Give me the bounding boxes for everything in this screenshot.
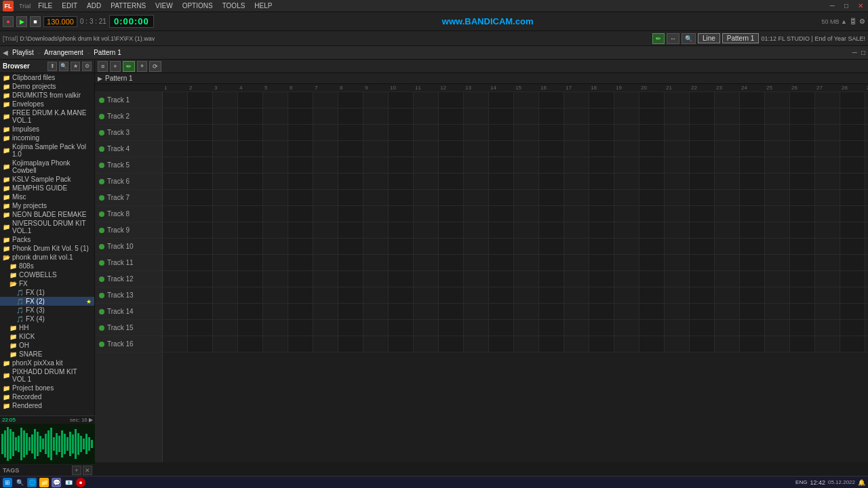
grid-cell-5-12[interactable]	[464, 174, 489, 189]
grid-cell-15-13[interactable]	[489, 336, 514, 352]
grid-cell-7-16[interactable]	[564, 206, 589, 222]
grid-cell-8-20[interactable]	[665, 222, 690, 238]
grid-cell-11-19[interactable]	[639, 271, 665, 287]
grid-cell-9-19[interactable]	[639, 239, 665, 254]
grid-row-13[interactable]	[163, 304, 868, 320]
grid-cell-11-6[interactable]	[313, 271, 338, 287]
grid-cell-2-21[interactable]	[690, 125, 715, 140]
grid-cell-8-13[interactable]	[489, 222, 514, 238]
grid-cell-2-14[interactable]	[514, 125, 539, 140]
grid-cell-8-28[interactable]	[865, 222, 868, 238]
grid-cell-12-15[interactable]	[539, 287, 564, 303]
grid-cell-1-14[interactable]	[514, 108, 539, 124]
grid-cell-8-15[interactable]	[539, 222, 564, 238]
taskbar-icon-explorer[interactable]: 📁	[39, 478, 49, 487]
grid-cell-15-7[interactable]	[338, 336, 363, 352]
grid-cell-12-22[interactable]	[715, 287, 740, 303]
grid-cell-8-14[interactable]	[514, 222, 539, 238]
grid-area[interactable]	[163, 92, 868, 462]
grid-cell-10-17[interactable]	[589, 255, 614, 270]
draw-mode-btn[interactable]: ✏	[652, 33, 665, 44]
grid-cell-14-13[interactable]	[489, 320, 514, 336]
grid-cell-4-6[interactable]	[313, 157, 338, 173]
grid-cell-13-1[interactable]	[188, 304, 213, 319]
track-label-13[interactable]: Track 14	[95, 304, 162, 320]
grid-cell-15-4[interactable]	[263, 336, 288, 352]
grid-cell-5-16[interactable]	[564, 174, 589, 189]
grid-cell-5-18[interactable]	[614, 174, 639, 189]
grid-cell-13-17[interactable]	[589, 304, 614, 319]
grid-cell-5-1[interactable]	[188, 174, 213, 189]
grid-cell-7-11[interactable]	[439, 206, 464, 222]
sidebar-item-5[interactable]: 📁Impulses	[0, 125, 94, 134]
grid-cell-6-3[interactable]	[238, 190, 263, 205]
grid-cell-2-5[interactable]	[288, 125, 313, 140]
grid-cell-1-22[interactable]	[715, 108, 740, 124]
sidebar-item-3[interactable]: 📁Envelopes	[0, 100, 94, 108]
grid-cell-4-20[interactable]	[665, 157, 690, 173]
grid-cell-7-23[interactable]	[740, 206, 765, 222]
grid-cell-14-7[interactable]	[338, 320, 363, 336]
grid-cell-6-16[interactable]	[564, 190, 589, 205]
grid-cell-1-12[interactable]	[464, 108, 489, 124]
grid-cell-2-15[interactable]	[539, 125, 564, 140]
grid-cell-2-19[interactable]	[639, 125, 665, 140]
sidebar-item-7[interactable]: 📁Kojima Sample Pack Vol 1.0	[0, 142, 94, 159]
menu-tools[interactable]: TOOLS	[220, 2, 248, 9]
grid-cell-5-11[interactable]	[439, 174, 464, 189]
grid-cell-4-19[interactable]	[639, 157, 665, 173]
grid-cell-12-2[interactable]	[213, 287, 238, 303]
grid-cell-10-23[interactable]	[740, 255, 765, 270]
grid-cell-8-26[interactable]	[815, 222, 840, 238]
grid-cell-3-2[interactable]	[213, 141, 238, 157]
nav-arrangement[interactable]: Arrangement	[44, 49, 83, 56]
grid-cell-0-23[interactable]	[740, 92, 765, 108]
grid-cell-0-2[interactable]	[213, 92, 238, 108]
grid-cell-8-3[interactable]	[238, 222, 263, 238]
grid-cell-7-17[interactable]	[589, 206, 614, 222]
grid-cell-0-16[interactable]	[564, 92, 589, 108]
grid-cell-13-24[interactable]	[765, 304, 790, 319]
sidebar-btn-4[interactable]: ⚙	[82, 62, 92, 71]
grid-cell-15-5[interactable]	[288, 336, 313, 352]
grid-cell-6-24[interactable]	[765, 190, 790, 205]
sidebar-item-12[interactable]: 📁My projects	[0, 201, 94, 210]
select-mode-btn[interactable]: ↔	[667, 33, 679, 44]
grid-cell-9-17[interactable]	[589, 239, 614, 254]
grid-cell-0-27[interactable]	[840, 92, 865, 108]
grid-cell-10-6[interactable]	[313, 255, 338, 270]
grid-cell-10-20[interactable]	[665, 255, 690, 270]
grid-cell-5-0[interactable]	[163, 174, 188, 189]
sidebar-item-31[interactable]: 📁Project bones	[0, 384, 94, 392]
grid-cell-5-28[interactable]	[865, 174, 868, 189]
grid-cell-15-17[interactable]	[589, 336, 614, 352]
sidebar-item-13[interactable]: 📁NEON BLADE REMAKE	[0, 210, 94, 219]
grid-cell-1-7[interactable]	[338, 108, 363, 124]
grid-row-2[interactable]	[163, 125, 868, 141]
grid-cell-15-23[interactable]	[740, 336, 765, 352]
grid-cell-6-10[interactable]	[414, 190, 439, 205]
tags-add-btn[interactable]: +	[72, 466, 81, 475]
grid-cell-7-25[interactable]	[790, 206, 815, 222]
grid-cell-2-25[interactable]	[790, 125, 815, 140]
grid-cell-13-13[interactable]	[489, 304, 514, 319]
grid-cell-15-19[interactable]	[639, 336, 665, 352]
nav-playlist[interactable]: Playlist	[12, 49, 34, 56]
grid-row-8[interactable]	[163, 222, 868, 239]
grid-cell-9-12[interactable]	[464, 239, 489, 254]
grid-cell-12-8[interactable]	[363, 287, 389, 303]
grid-cell-13-16[interactable]	[564, 304, 589, 319]
grid-cell-5-22[interactable]	[715, 174, 740, 189]
grid-cell-1-18[interactable]	[614, 108, 639, 124]
taskbar-icon-record[interactable]: ●	[76, 478, 85, 487]
grid-cell-6-9[interactable]	[389, 190, 414, 205]
sidebar-item-6[interactable]: 📁incoming	[0, 134, 94, 142]
grid-cell-10-26[interactable]	[815, 255, 840, 270]
grid-cell-15-12[interactable]	[464, 336, 489, 352]
grid-cell-13-22[interactable]	[715, 304, 740, 319]
grid-cell-15-26[interactable]	[815, 336, 840, 352]
grid-cell-0-14[interactable]	[514, 92, 539, 108]
grid-cell-6-11[interactable]	[439, 190, 464, 205]
sidebar-item-24[interactable]: 🎵FX (4)	[0, 314, 94, 323]
grid-cell-4-10[interactable]	[414, 157, 439, 173]
